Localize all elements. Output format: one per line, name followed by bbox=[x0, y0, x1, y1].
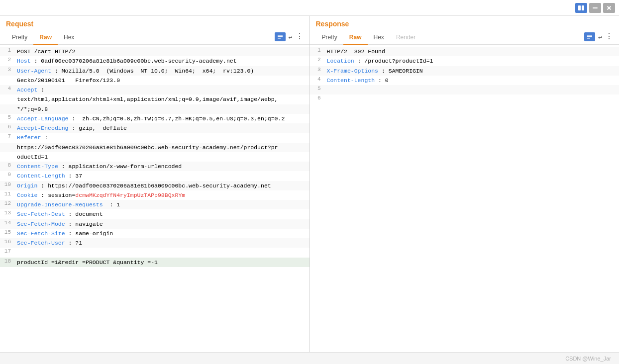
request-panel-title: Request bbox=[6, 20, 304, 31]
request-line-7c: oductId=1 bbox=[0, 152, 310, 162]
request-line-7b: https://0adf00ec0370206a81e81b6a009c00bc… bbox=[0, 143, 310, 152]
response-panel: Response Pretty Raw Hex Render bbox=[310, 16, 619, 352]
svg-rect-5 bbox=[278, 35, 283, 36]
response-line-1: 1 HTTP/2 302 Found bbox=[310, 47, 619, 56]
request-line-8: 8 Content-Type : application/x-www-form-… bbox=[0, 162, 310, 171]
svg-rect-10 bbox=[587, 38, 590, 39]
request-tab-hex[interactable]: Hex bbox=[58, 31, 80, 45]
request-line-2: 2 Host : 0adf00ec0370206a81e81b6a009c00b… bbox=[0, 56, 310, 66]
request-menu-icon[interactable]: ⋮ bbox=[296, 33, 304, 41]
request-line-6: 6 Accept-Encoding : gzip, deflate bbox=[0, 123, 310, 133]
request-panel-header: Request Pretty Raw Hex bbox=[0, 16, 310, 45]
request-line-5: 5 Accept-Language : zh-CN,zh;q=0.8,zh-TW… bbox=[0, 114, 310, 123]
response-tab-hex[interactable]: Hex bbox=[368, 31, 390, 45]
request-line-13: 13 Sec-Fetch-Dest : document bbox=[0, 209, 310, 219]
response-line-4: 4 Content-Length : 0 bbox=[310, 76, 619, 85]
request-line-9: 9 Content-Length : 37 bbox=[0, 171, 310, 181]
request-content: 1 POST /cart HTTP/2 2 Host : 0adf00ec037… bbox=[0, 45, 310, 352]
request-line-1: 1 POST /cart HTTP/2 bbox=[0, 47, 310, 56]
request-line-12: 12 Upgrade-Insecure-Requests : 1 bbox=[0, 200, 310, 209]
footer-text: CSDN @Wine_Jar bbox=[565, 356, 611, 362]
response-panel-header: Response Pretty Raw Hex Render bbox=[310, 16, 619, 45]
response-tab-render[interactable]: Render bbox=[390, 31, 421, 45]
request-line-4c: */*;q=0.8 bbox=[0, 104, 310, 114]
response-tab-raw[interactable]: Raw bbox=[343, 31, 368, 45]
request-line-3: 3 User-Agent : Mozilla/5.0 (Windows NT 1… bbox=[0, 66, 310, 76]
request-line-14: 14 Sec-Fetch-Mode : navigate bbox=[0, 219, 310, 229]
response-tabs: Pretty Raw Hex Render bbox=[316, 31, 585, 44]
close-button[interactable] bbox=[603, 3, 615, 13]
main-container: Request Pretty Raw Hex bbox=[0, 16, 619, 352]
request-panel: Request Pretty Raw Hex bbox=[0, 16, 310, 352]
response-line-3: 3 X-Frame-Options : SAMEORIGIN bbox=[310, 66, 619, 76]
response-line-5: 5 bbox=[310, 85, 619, 94]
svg-rect-8 bbox=[587, 35, 592, 36]
request-code-lines: 1 POST /cart HTTP/2 2 Host : 0adf00ec037… bbox=[0, 47, 310, 267]
top-toolbar bbox=[0, 0, 619, 16]
request-line-3b: Gecko/20100101 Firefox/123.0 bbox=[0, 76, 310, 85]
request-line-17: 17 bbox=[0, 248, 310, 257]
request-line-4b: text/html,application/xhtml+xml,applicat… bbox=[0, 94, 310, 104]
minimize-button[interactable] bbox=[589, 3, 601, 13]
request-line-7: 7 Referer : bbox=[0, 133, 310, 142]
response-tab-pretty[interactable]: Pretty bbox=[316, 31, 343, 45]
response-code-lines: 1 HTTP/2 302 Found 2 Location : /product… bbox=[310, 47, 619, 104]
request-panel-actions: ↵ ⋮ bbox=[275, 32, 304, 43]
request-line-18: 18 productId =1&redir =PRODUCT &quantity… bbox=[0, 258, 310, 267]
footer: CSDN @Wine_Jar bbox=[0, 352, 619, 364]
request-wrap-icon[interactable]: ↵ bbox=[289, 33, 293, 41]
response-content: 1 HTTP/2 302 Found 2 Location : /product… bbox=[310, 45, 619, 352]
svg-rect-6 bbox=[278, 36, 283, 37]
request-line-4: 4 Accept : bbox=[0, 85, 310, 94]
response-panel-title: Response bbox=[316, 20, 614, 31]
request-line-10: 10 Origin : https://0adf00ec0370206a81e8… bbox=[0, 181, 310, 190]
request-send-icon[interactable] bbox=[275, 32, 286, 41]
svg-rect-0 bbox=[578, 5, 581, 10]
request-line-16: 16 Sec-Fetch-User : ?1 bbox=[0, 238, 310, 248]
request-line-11: 11 Cookie : session=dcmwMKzqdYfN4ryImpUz… bbox=[0, 190, 310, 200]
request-tab-pretty[interactable]: Pretty bbox=[6, 31, 33, 45]
response-wrap-icon[interactable]: ↵ bbox=[598, 33, 602, 41]
request-line-15: 15 Sec-Fetch-Site : same-origin bbox=[0, 229, 310, 238]
response-line-6: 6 bbox=[310, 94, 619, 104]
svg-rect-1 bbox=[582, 5, 584, 10]
request-tabs: Pretty Raw Hex bbox=[6, 31, 275, 44]
svg-rect-2 bbox=[593, 7, 598, 8]
svg-rect-7 bbox=[278, 38, 281, 39]
svg-rect-9 bbox=[587, 36, 592, 37]
response-panel-actions: ↵ ⋮ bbox=[584, 32, 613, 43]
request-tab-raw[interactable]: Raw bbox=[33, 31, 58, 45]
split-view-button[interactable] bbox=[575, 3, 587, 13]
response-menu-icon[interactable]: ⋮ bbox=[605, 33, 613, 41]
response-line-2: 2 Location : /product?productId=1 bbox=[310, 56, 619, 66]
response-send-icon[interactable] bbox=[584, 32, 595, 41]
